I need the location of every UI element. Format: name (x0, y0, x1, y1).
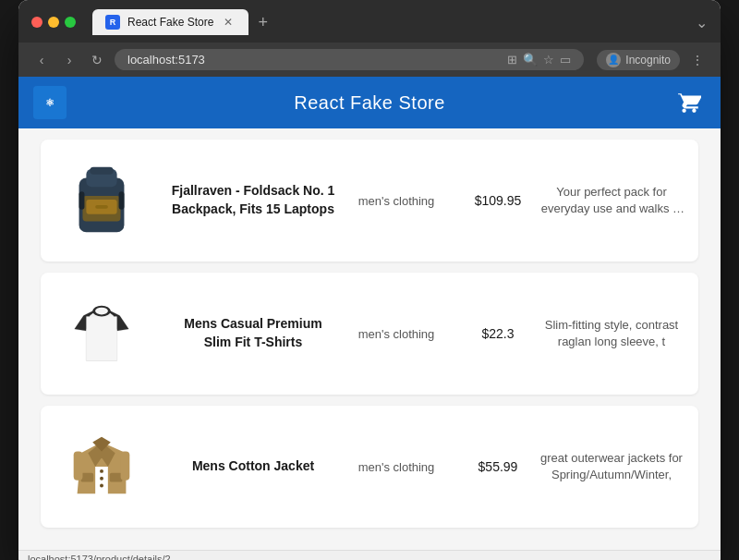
address-bar[interactable]: localhost:5173 ⊞ 🔍 ☆ ▭ (115, 49, 584, 70)
tab-bar: R React Fake Store ✕ + (92, 9, 686, 35)
product-description: Slim-fitting style, contrast raglan long… (539, 317, 684, 350)
product-description: great outerwear jackets for Spring/Autum… (539, 450, 684, 483)
incognito-icon: 👤 (606, 53, 621, 67)
svg-rect-22 (110, 473, 123, 482)
product-image-wrap (55, 287, 148, 380)
product-list: Fjallraven - Foldsack No. 1 Backpack, Fi… (18, 128, 721, 550)
cart-button[interactable] (672, 86, 706, 119)
svg-rect-5 (95, 205, 108, 209)
svg-rect-6 (79, 191, 85, 210)
product-description: Your perfect pack for everyday use and w… (539, 184, 684, 217)
table-row[interactable]: Mens Casual Premium Slim Fit T-Shirts me… (41, 273, 698, 395)
address-icons: ⊞ 🔍 ☆ ▭ (507, 53, 571, 67)
product-image (61, 160, 142, 241)
grid-icon[interactable]: ⊞ (507, 53, 517, 67)
table-row[interactable]: Fjallraven - Foldsack No. 1 Backpack, Fi… (41, 140, 698, 262)
product-name: Fjallraven - Foldsack No. 1 Backpack, Fi… (170, 182, 336, 218)
table-row[interactable]: Mens Cotton Jacket men's clothing $55.99… (41, 406, 698, 528)
svg-point-20 (100, 484, 103, 488)
svg-rect-11 (86, 316, 116, 360)
svg-rect-2 (90, 167, 113, 175)
close-button[interactable] (31, 17, 42, 28)
product-image (61, 293, 142, 374)
maximize-button[interactable] (65, 17, 76, 28)
product-category: men's clothing (336, 327, 456, 341)
traffic-lights (31, 17, 76, 28)
address-text: localhost:5173 (127, 53, 205, 67)
svg-point-19 (100, 477, 103, 481)
browser-titlebar: R React Fake Store ✕ + ⌄ (18, 0, 721, 43)
app-header: ⚛ React Fake Store (18, 77, 721, 128)
logo-text: ⚛ (45, 97, 55, 109)
browser-more-button[interactable]: ⌄ (696, 14, 708, 31)
favicon-letter: R (110, 18, 116, 27)
product-image (61, 426, 142, 507)
browser-statusbar: localhost:5173/product/details/2 (18, 550, 721, 560)
svg-rect-7 (119, 191, 125, 210)
bookmark-icon[interactable]: ☆ (543, 53, 554, 67)
product-category: men's clothing (336, 460, 456, 474)
product-image-wrap (55, 420, 148, 513)
tab-title: React Fake Store (127, 16, 213, 29)
cart-icon (677, 91, 701, 115)
svg-rect-23 (74, 451, 83, 480)
new-tab-button[interactable]: + (252, 14, 273, 30)
browser-window: R React Fake Store ✕ + ⌄ ‹ › ↻ localhost… (18, 0, 721, 560)
product-category: men's clothing (336, 194, 456, 208)
back-button[interactable]: ‹ (31, 53, 52, 67)
sidebar-icon[interactable]: ▭ (560, 53, 571, 67)
active-tab[interactable]: R React Fake Store ✕ (92, 9, 248, 35)
svg-point-13 (95, 308, 108, 315)
product-price: $55.99 (456, 459, 539, 474)
product-name: Mens Casual Premium Slim Fit T-Shirts (170, 315, 336, 351)
incognito-badge[interactable]: 👤 Incognito (597, 50, 680, 70)
refresh-button[interactable]: ↻ (87, 53, 107, 67)
tab-favicon: R (105, 15, 120, 30)
product-name: Mens Cotton Jacket (170, 457, 336, 476)
status-url: localhost:5173/product/details/2 (28, 554, 171, 560)
menu-button[interactable]: ⋮ (687, 53, 708, 67)
app-content: ⚛ React Fake Store (18, 77, 721, 550)
svg-rect-24 (121, 451, 130, 480)
svg-rect-21 (81, 473, 94, 482)
search-icon[interactable]: 🔍 (523, 53, 538, 67)
app-title: React Fake Store (67, 92, 672, 114)
product-price: $22.3 (456, 326, 539, 341)
incognito-label: Incognito (625, 54, 671, 67)
address-bar-row: ‹ › ↻ localhost:5173 ⊞ 🔍 ☆ ▭ 👤 Incognito… (18, 43, 721, 77)
browser-actions: 👤 Incognito ⋮ (597, 50, 708, 70)
minimize-button[interactable] (48, 17, 59, 28)
forward-button[interactable]: › (59, 53, 79, 67)
svg-point-18 (100, 469, 103, 473)
tab-close-button[interactable]: ✕ (221, 16, 236, 29)
app-logo: ⚛ (33, 86, 67, 119)
product-image-wrap (55, 154, 148, 247)
product-price: $109.95 (456, 193, 539, 208)
